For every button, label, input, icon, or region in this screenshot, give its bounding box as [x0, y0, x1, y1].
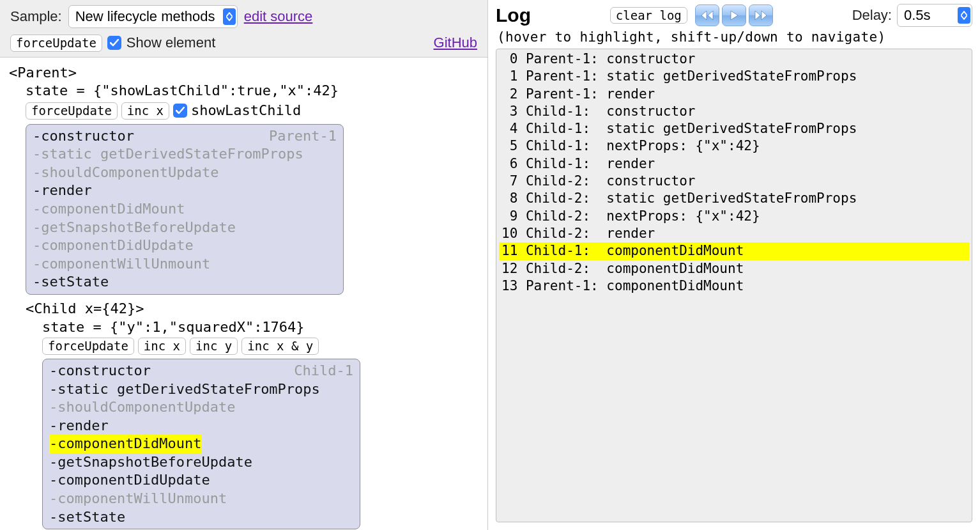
log-hint: (hover to highlight, shift-up/down to na…	[497, 29, 972, 45]
child-inc-x-button[interactable]: inc x	[138, 338, 186, 355]
github-link[interactable]: GitHub	[434, 35, 477, 51]
play-icon	[729, 10, 739, 20]
log-line[interactable]: 1 Parent-1: static getDerivedStateFromPr…	[499, 68, 969, 85]
lifecycle-method[interactable]: -setState	[49, 508, 353, 527]
log-line[interactable]: 2 Parent-1: render	[499, 86, 969, 103]
sample-label: Sample:	[10, 8, 62, 25]
child-state: state = {"y":1,"squaredX":1764}	[42, 318, 479, 337]
parent-box-label: Parent-1	[269, 127, 337, 146]
parent-state: state = {"showLastChild":true,"x":42}	[26, 82, 479, 100]
lifecycle-method[interactable]: -componentDidUpdate	[33, 237, 337, 255]
child-force-update-button[interactable]: forceUpdate	[42, 338, 134, 355]
clear-log-button[interactable]: clear log	[610, 7, 687, 24]
log-title: Log	[496, 4, 531, 26]
delay-select[interactable]: 0.5s	[897, 4, 972, 27]
delay-label: Delay:	[852, 7, 892, 24]
edit-source-link[interactable]: edit source	[244, 8, 313, 25]
rewind-icon	[700, 10, 714, 20]
right-pane: Log clear log Delay: 0.5s	[488, 0, 980, 530]
lifecycle-method[interactable]: -setState	[33, 273, 337, 292]
log-line[interactable]: 11 Child-1: componentDidMount	[499, 242, 969, 260]
force-update-button[interactable]: forceUpdate	[10, 35, 102, 52]
parent-tag: <Parent>	[9, 64, 479, 82]
lifecycle-method[interactable]: -render	[49, 417, 353, 435]
lifecycle-method[interactable]: -render	[33, 182, 337, 200]
child-inc-y-button[interactable]: inc y	[190, 338, 238, 355]
show-last-child-checkbox[interactable]	[173, 104, 187, 118]
log-line[interactable]: 4 Child-1: static getDerivedStateFromPro…	[499, 120, 969, 137]
component-tree: <Parent> state = {"showLastChild":true,"…	[0, 58, 487, 530]
show-element-checkbox[interactable]	[107, 36, 121, 50]
play-button[interactable]	[722, 4, 746, 26]
lifecycle-method[interactable]: -componentDidMount	[33, 200, 337, 219]
lifecycle-method[interactable]: -static getDerivedStateFromProps	[49, 380, 353, 399]
parent-inc-x-button[interactable]: inc x	[121, 102, 169, 120]
log-line[interactable]: 6 Child-1: render	[499, 155, 969, 173]
log-line[interactable]: 12 Child-2: componentDidMount	[499, 260, 969, 277]
show-element-label: Show element	[126, 35, 215, 51]
sample-select-wrap: New lifecycle methods	[68, 5, 238, 28]
lifecycle-method[interactable]: -componentDidMount	[49, 435, 353, 453]
log-line[interactable]: 5 Child-1: nextProps: {"x":42}	[499, 137, 969, 155]
parent-lifecycle-box: Parent-1 -constructor-static getDerivedS…	[26, 124, 344, 295]
lifecycle-method[interactable]: -getSnapshotBeforeUpdate	[49, 453, 353, 472]
child-lifecycle-box: Child-1 -constructor-static getDerivedSt…	[42, 359, 360, 529]
child-box-label: Child-1	[294, 362, 353, 380]
lifecycle-method[interactable]: -static getDerivedStateFromProps	[33, 145, 337, 164]
lifecycle-method[interactable]: -componentWillUnmount	[49, 490, 353, 508]
child-inc-xy-button[interactable]: inc x & y	[241, 338, 319, 355]
lifecycle-method[interactable]: -shouldComponentUpdate	[49, 398, 353, 417]
child-tag: <Child x={42}>	[26, 300, 479, 318]
fast-forward-icon	[754, 10, 768, 20]
left-pane: Sample: New lifecycle methods edit sourc…	[0, 0, 488, 530]
log-line[interactable]: 3 Child-1: constructor	[499, 103, 969, 120]
log-line[interactable]: 9 Child-2: nextProps: {"x":42}	[499, 208, 969, 225]
parent-force-update-button[interactable]: forceUpdate	[26, 102, 118, 120]
delay-select-wrap: 0.5s	[897, 4, 972, 27]
lifecycle-method[interactable]: -getSnapshotBeforeUpdate	[33, 219, 337, 237]
show-last-child-label: showLastChild	[191, 102, 301, 120]
log-line[interactable]: 7 Child-2: constructor	[499, 173, 969, 190]
sample-select[interactable]: New lifecycle methods	[68, 5, 238, 28]
lifecycle-method[interactable]: -shouldComponentUpdate	[33, 164, 337, 182]
lifecycle-method[interactable]: -componentDidUpdate	[49, 471, 353, 490]
log-line[interactable]: 10 Child-2: render	[499, 225, 969, 242]
log-line[interactable]: 13 Parent-1: componentDidMount	[499, 277, 969, 295]
top-bar: Sample: New lifecycle methods edit sourc…	[0, 0, 487, 58]
fast-forward-button[interactable]	[749, 4, 773, 26]
log-line[interactable]: 0 Parent-1: constructor	[499, 51, 969, 68]
log-body[interactable]: 0 Parent-1: constructor 1 Parent-1: stat…	[496, 49, 972, 522]
log-line[interactable]: 8 Child-2: static getDerivedStateFromPro…	[499, 190, 969, 207]
rewind-button[interactable]	[695, 4, 719, 26]
lifecycle-method[interactable]: -componentWillUnmount	[33, 255, 337, 274]
